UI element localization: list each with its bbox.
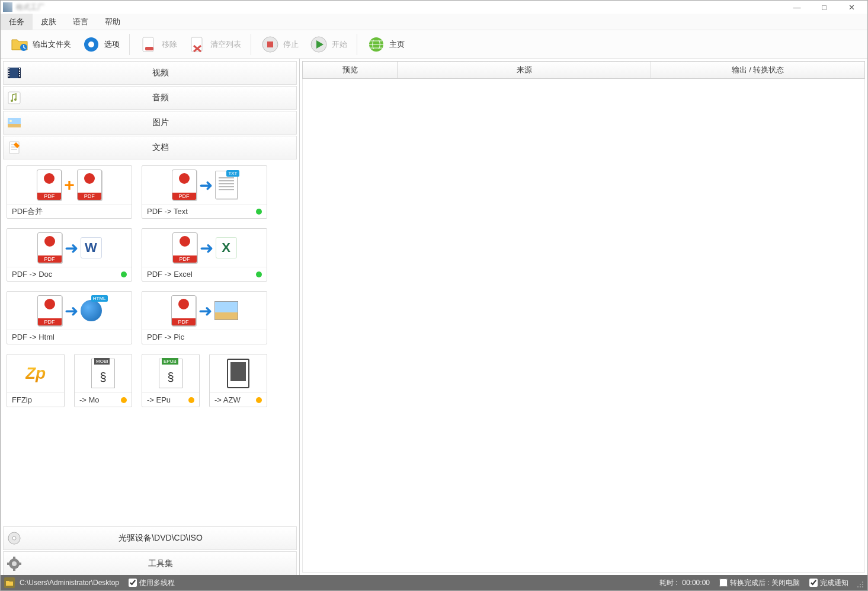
svg-rect-38 xyxy=(13,557,15,559)
category-toolset[interactable]: 工具集 xyxy=(3,551,297,575)
tile-label: PDF -> Excel xyxy=(147,270,193,279)
menu-skin[interactable]: 皮肤 xyxy=(33,14,65,30)
tile-pdf-merge[interactable]: + PDF合并 xyxy=(7,165,132,219)
tile-label: PDF -> Text xyxy=(147,207,188,216)
shutdown-checkbox[interactable]: 转换完成后 : 关闭电脑 xyxy=(719,578,800,588)
right-pane: 预览 来源 输出 / 转换状态 xyxy=(300,59,867,575)
tile-label: PDF -> Pic xyxy=(142,330,267,344)
category-document-label: 文档 xyxy=(25,142,296,153)
folder-icon[interactable] xyxy=(4,577,15,588)
maximize-button[interactable]: □ xyxy=(811,1,838,14)
menu-task[interactable]: 任务 xyxy=(1,14,33,30)
svg-rect-22 xyxy=(19,73,20,74)
menu-language[interactable]: 语言 xyxy=(65,14,97,30)
toolbar-separator xyxy=(129,34,130,55)
category-optical[interactable]: 光驱设备\DVD\CD\ISO xyxy=(3,526,297,550)
status-dot-icon xyxy=(256,209,262,215)
category-toolset-label: 工具集 xyxy=(25,558,296,569)
options-button[interactable]: 选项 xyxy=(77,33,124,56)
svg-rect-20 xyxy=(19,68,20,69)
column-status[interactable]: 输出 / 转换状态 xyxy=(651,62,864,78)
svg-rect-16 xyxy=(8,68,9,69)
home-button[interactable]: 主页 xyxy=(362,33,409,56)
table-body[interactable] xyxy=(302,79,865,573)
tile-epub[interactable]: EPUB§ -> EPu xyxy=(142,354,200,407)
svg-point-26 xyxy=(14,98,17,101)
tile-pdf-pic[interactable]: ➜ PDF -> Pic xyxy=(142,291,267,344)
folder-icon xyxy=(10,35,29,54)
elapsed-time: 00:00:00 xyxy=(682,579,710,587)
text-doc-icon: TXT xyxy=(215,171,238,199)
status-dot-icon xyxy=(256,271,262,277)
status-dot-icon xyxy=(121,397,127,403)
close-button[interactable]: ✕ xyxy=(838,1,865,14)
picture-icon xyxy=(214,301,238,320)
tile-pdf-html[interactable]: ➜ HTML PDF -> Html xyxy=(7,291,132,344)
stop-button[interactable]: 停止 xyxy=(256,33,303,56)
category-optical-label: 光驱设备\DVD\CD\ISO xyxy=(25,533,296,544)
category-document[interactable]: 文档 xyxy=(3,136,297,159)
tile-ffzip[interactable]: Zp FFZip xyxy=(7,354,65,407)
svg-point-47 xyxy=(862,586,863,587)
tile-pdf-excel[interactable]: ➜ X PDF -> Excel xyxy=(142,228,267,282)
shutdown-input[interactable] xyxy=(719,579,728,587)
tile-pdf-doc[interactable]: ➜ W PDF -> Doc xyxy=(7,228,132,282)
svg-rect-23 xyxy=(19,75,20,76)
minimize-button[interactable]: — xyxy=(783,1,811,14)
remove-button[interactable]: 移除 xyxy=(134,33,182,56)
notify-input[interactable] xyxy=(809,579,818,587)
resize-grip-icon[interactable] xyxy=(853,577,864,588)
home-icon xyxy=(367,35,386,54)
svg-rect-19 xyxy=(8,75,9,76)
html-tag-icon: HTML xyxy=(91,295,108,302)
audio-icon xyxy=(4,90,25,106)
svg-point-45 xyxy=(857,586,859,587)
start-label: 开始 xyxy=(332,39,347,50)
pdf-icon xyxy=(77,170,102,200)
column-preview[interactable]: 预览 xyxy=(303,62,398,78)
multithread-checkbox[interactable]: 使用多线程 xyxy=(129,578,175,588)
toolbar-separator xyxy=(251,34,251,55)
remove-icon xyxy=(139,35,158,54)
tile-pdf-text[interactable]: ➜ TXT PDF -> Text xyxy=(142,165,267,219)
bottom-categories: 光驱设备\DVD\CD\ISO 工具集 xyxy=(1,524,299,575)
svg-rect-18 xyxy=(8,73,9,74)
svg-rect-41 xyxy=(19,563,21,565)
svg-rect-40 xyxy=(7,563,9,565)
mobi-icon: MOBI§ xyxy=(91,359,115,388)
arrow-icon: ➜ xyxy=(65,301,78,321)
plus-icon: + xyxy=(64,175,75,195)
output-folder-button[interactable]: 输出文件夹 xyxy=(5,33,76,56)
pdf-icon xyxy=(172,170,197,200)
start-button[interactable]: 开始 xyxy=(305,33,352,56)
category-video[interactable]: 视频 xyxy=(3,61,297,85)
tile-mobi[interactable]: MOBI§ -> Mo xyxy=(74,354,132,407)
notify-checkbox[interactable]: 完成通知 xyxy=(809,578,848,588)
multithread-input[interactable] xyxy=(129,579,137,587)
column-source[interactable]: 来源 xyxy=(398,62,651,78)
clear-label: 清空列表 xyxy=(210,39,241,50)
options-icon xyxy=(82,35,101,54)
clear-button[interactable]: 清空列表 xyxy=(183,33,246,56)
stop-label: 停止 xyxy=(283,39,299,50)
svg-rect-17 xyxy=(8,71,9,72)
tile-label: -> AZW xyxy=(214,395,241,404)
svg-rect-4 xyxy=(145,47,153,50)
menu-help[interactable]: 帮助 xyxy=(97,14,129,30)
toolbar: 输出文件夹 选项 移除 清空列表 停止 xyxy=(1,30,867,59)
start-icon xyxy=(309,35,328,54)
image-icon xyxy=(4,115,25,130)
main-area: 视频 音频 图片 文档 xyxy=(1,59,867,575)
excel-icon: X xyxy=(216,237,237,258)
category-video-label: 视频 xyxy=(25,68,296,78)
table-header: 预览 来源 输出 / 转换状态 xyxy=(302,61,865,79)
arrow-icon: ➜ xyxy=(199,175,213,195)
category-audio[interactable]: 音频 xyxy=(3,86,297,110)
multithread-label: 使用多线程 xyxy=(139,578,175,588)
tile-azw[interactable]: -> AZW xyxy=(209,354,267,407)
category-image[interactable]: 图片 xyxy=(3,111,297,135)
svg-point-44 xyxy=(862,584,863,585)
svg-point-37 xyxy=(12,561,17,566)
arrow-icon: ➜ xyxy=(198,301,212,321)
output-path[interactable]: C:\Users\Administrator\Desktop xyxy=(20,579,119,587)
